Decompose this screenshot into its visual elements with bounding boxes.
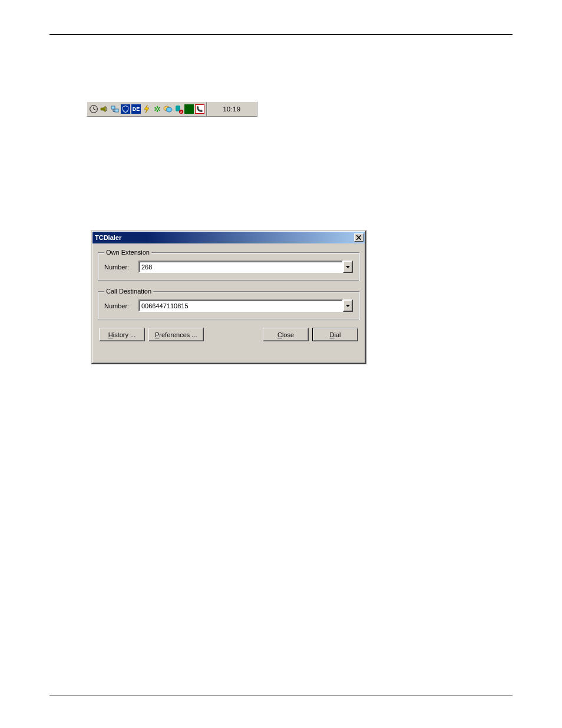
dest-number-label: Number: [104, 302, 134, 309]
tcdialer-window: TCDialer Own Extension Number: Call Dest… [91, 230, 366, 364]
person-offline-icon[interactable]: × [174, 104, 183, 114]
button-spacer [207, 328, 259, 341]
shield-icon[interactable] [121, 104, 130, 114]
language-icon[interactable]: DE [131, 104, 141, 114]
own-extension-legend: Own Extension [104, 249, 151, 256]
own-number-dropdown-button[interactable] [343, 261, 353, 273]
button-row: History ... Preferences ... Close Dial [98, 328, 359, 341]
preferences-button[interactable]: Preferences ... [148, 328, 204, 341]
dest-number-combo[interactable] [138, 299, 353, 312]
svg-rect-4 [111, 106, 115, 109]
call-destination-legend: Call Destination [104, 288, 153, 295]
chevron-down-icon [346, 305, 350, 307]
svg-line-2 [94, 109, 95, 110]
network-icon[interactable] [110, 104, 120, 114]
svg-rect-5 [115, 109, 118, 112]
chevron-down-icon [346, 266, 350, 268]
tray-icons: DE ✲ × [87, 102, 207, 116]
svg-point-10 [166, 107, 172, 112]
dest-number-input[interactable] [138, 299, 343, 312]
volume-icon[interactable] [100, 104, 109, 114]
own-number-label: Number: [104, 263, 134, 271]
history-button[interactable]: History ... [99, 328, 145, 341]
status-green-icon[interactable] [184, 104, 194, 114]
svg-marker-3 [101, 106, 105, 112]
window-title: TCDialer [95, 234, 354, 241]
call-destination-group: Call Destination Number: [98, 288, 359, 319]
svg-marker-8 [144, 105, 149, 113]
own-number-row: Number: [104, 261, 353, 273]
close-window-button[interactable] [354, 233, 363, 242]
clock-icon[interactable] [89, 104, 98, 114]
own-extension-group: Own Extension Number: [98, 249, 359, 281]
close-icon [356, 235, 361, 240]
phone-icon[interactable] [195, 104, 204, 114]
titlebar[interactable]: TCDialer [92, 232, 365, 243]
tray-clock: 10:19 [207, 106, 257, 113]
dest-number-dropdown-button[interactable] [343, 299, 353, 312]
chat-icon[interactable] [163, 104, 173, 114]
system-tray: DE ✲ × 10:19 [87, 101, 257, 117]
dialog-client: Own Extension Number: Call Destination N… [92, 244, 365, 345]
own-number-input[interactable] [138, 261, 343, 273]
dest-number-row: Number: [104, 299, 353, 312]
page-rule-bottom [49, 696, 513, 696]
own-number-combo[interactable] [138, 261, 353, 273]
icq-icon[interactable]: ✲ [153, 104, 162, 114]
svg-marker-14 [346, 305, 350, 307]
bolt-icon[interactable] [142, 104, 151, 114]
svg-marker-13 [346, 266, 350, 268]
page-rule-top [49, 34, 513, 35]
dial-button[interactable]: Dial [312, 328, 358, 341]
close-button[interactable]: Close [263, 328, 309, 341]
